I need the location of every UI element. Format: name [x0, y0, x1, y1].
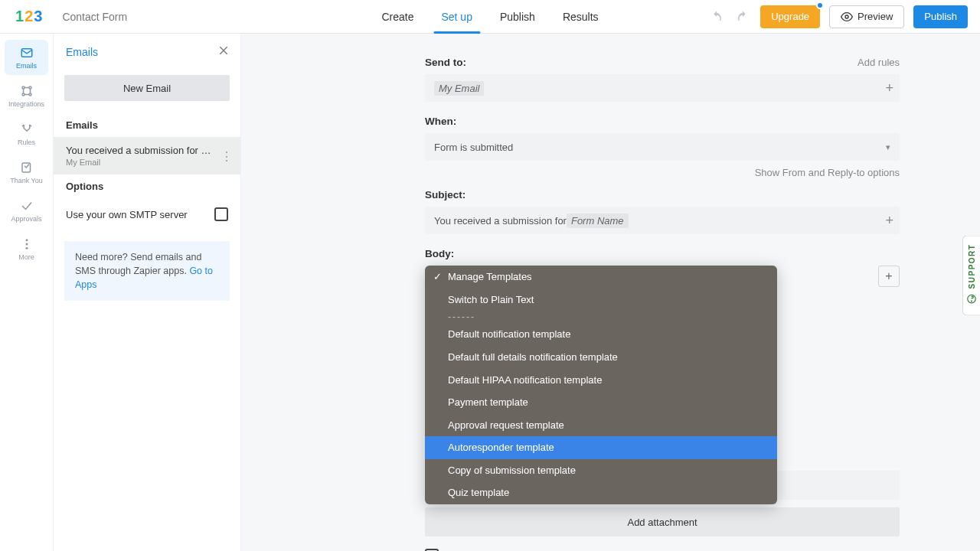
menu-switch-plain[interactable]: Switch to Plain Text: [425, 289, 777, 311]
promo-box: Need more? Send emails and SMS through Z…: [64, 241, 230, 301]
email-list-item[interactable]: You received a submission for F… My Emai…: [54, 137, 240, 174]
rail-integrations[interactable]: Integrations: [5, 78, 48, 113]
rules-icon: [20, 122, 34, 136]
undo-icon[interactable]: [708, 8, 725, 25]
redo-icon[interactable]: [734, 8, 751, 25]
rail-label: Rules: [18, 139, 35, 146]
rail-label: More: [18, 253, 34, 261]
logo[interactable]: 123: [15, 8, 42, 25]
rail-thankyou[interactable]: Thank You: [5, 155, 48, 190]
rail-rules[interactable]: Rules: [5, 116, 48, 152]
left-rail: Emails Integrations Rules Thank You Appr…: [0, 34, 54, 551]
notification-dot: [816, 2, 824, 9]
svg-point-9: [25, 246, 28, 249]
preview-button[interactable]: Preview: [829, 5, 904, 28]
rail-emails[interactable]: Emails: [5, 40, 48, 75]
add-body-var-icon[interactable]: +: [878, 266, 900, 287]
main-editor: Send to: Add rules My Email + When: Form…: [241, 34, 980, 551]
add-recipient-icon[interactable]: +: [885, 80, 893, 96]
svg-point-5: [29, 93, 31, 96]
menu-manage-templates[interactable]: Manage Templates: [425, 266, 777, 289]
add-rules-link[interactable]: Add rules: [858, 57, 900, 68]
upgrade-label: Upgrade: [771, 11, 809, 22]
support-label: SUPPORT: [968, 244, 976, 289]
svg-point-11: [972, 301, 972, 302]
rail-label: Emails: [16, 62, 37, 70]
menu-quiz[interactable]: Quiz template: [425, 481, 777, 504]
recipient-chip[interactable]: My Email: [434, 81, 484, 96]
when-dropdown[interactable]: Form is submitted: [425, 133, 900, 161]
menu-separator: ------: [425, 311, 777, 323]
close-icon[interactable]: [217, 44, 230, 60]
when-label: When:: [425, 116, 456, 127]
panel-title: Emails: [66, 46, 98, 58]
when-value: Form is submitted: [434, 142, 513, 153]
menu-copy-submission[interactable]: Copy of submission template: [425, 459, 777, 482]
rail-label: Approvals: [11, 215, 41, 223]
subject-text: You received a submission for: [434, 215, 567, 227]
approvals-icon: [20, 199, 34, 213]
subject-label: Subject:: [425, 189, 466, 201]
rail-label: Thank You: [10, 177, 43, 184]
svg-point-2: [22, 86, 24, 89]
tab-results[interactable]: Results: [549, 0, 612, 33]
menu-hipaa[interactable]: Default HIPAA notification template: [425, 369, 777, 392]
menu-payment[interactable]: Payment template: [425, 391, 777, 414]
tab-publish[interactable]: Publish: [486, 0, 549, 33]
add-subject-var-icon[interactable]: +: [885, 213, 893, 229]
menu-autoresponder[interactable]: Autoresponder template: [425, 436, 777, 459]
rail-approvals[interactable]: Approvals: [5, 193, 48, 228]
menu-full-details[interactable]: Default full details notification templa…: [425, 346, 777, 369]
integrations-icon: [20, 84, 34, 98]
publish-button[interactable]: Publish: [913, 5, 968, 28]
send-to-field[interactable]: My Email +: [425, 74, 900, 102]
eye-icon: [841, 11, 853, 23]
form-name[interactable]: Contact Form: [62, 11, 127, 23]
top-actions: Upgrade Preview Publish: [708, 5, 980, 28]
upgrade-button[interactable]: Upgrade: [760, 5, 820, 28]
smtp-option[interactable]: Use your own SMTP server: [54, 198, 240, 230]
template-dropdown-menu: Manage Templates Switch to Plain Text --…: [425, 266, 777, 504]
thankyou-icon: [20, 161, 34, 174]
email-item-title: You received a submission for F…: [66, 145, 213, 156]
tab-setup[interactable]: Set up: [427, 0, 485, 33]
menu-approval[interactable]: Approval request template: [425, 414, 777, 437]
support-tab[interactable]: SUPPORT: [962, 236, 980, 316]
kebab-icon[interactable]: ⋮: [220, 148, 233, 163]
top-bar: 123 Contact Form Create Set up Publish R…: [0, 0, 980, 34]
body-label: Body:: [425, 248, 454, 259]
tab-create[interactable]: Create: [368, 0, 427, 33]
emails-section-label: Emails: [54, 113, 240, 137]
preview-label: Preview: [858, 11, 893, 22]
email-item-recipient: My Email: [66, 158, 213, 167]
svg-point-0: [845, 15, 848, 18]
svg-point-7: [25, 239, 28, 241]
subject-token[interactable]: Form Name: [567, 214, 629, 228]
mail-icon: [20, 46, 34, 60]
new-email-button[interactable]: New Email: [64, 75, 230, 101]
more-icon: [20, 237, 34, 251]
support-icon: [966, 293, 977, 307]
subject-field[interactable]: You received a submission for Form Name …: [425, 207, 900, 234]
smtp-label: Use your own SMTP server: [66, 209, 188, 220]
rail-more[interactable]: More: [5, 231, 48, 266]
send-to-label: Send to:: [425, 57, 466, 68]
svg-point-4: [22, 93, 24, 96]
rail-label: Integrations: [8, 100, 44, 108]
show-from-reply-link[interactable]: Show From and Reply-to options: [425, 167, 900, 178]
menu-default-notification[interactable]: Default notification template: [425, 323, 777, 346]
svg-point-8: [25, 243, 28, 245]
nav-tabs: Create Set up Publish Results: [368, 0, 612, 33]
smtp-checkbox[interactable]: [214, 207, 228, 221]
emails-panel: Emails New Email Emails You received a s…: [54, 34, 241, 551]
svg-point-3: [29, 86, 31, 89]
add-attachment-button[interactable]: Add attachment: [425, 507, 900, 536]
options-section-label: Options: [54, 174, 240, 198]
promo-text: Need more? Send emails and SMS through Z…: [75, 252, 201, 276]
